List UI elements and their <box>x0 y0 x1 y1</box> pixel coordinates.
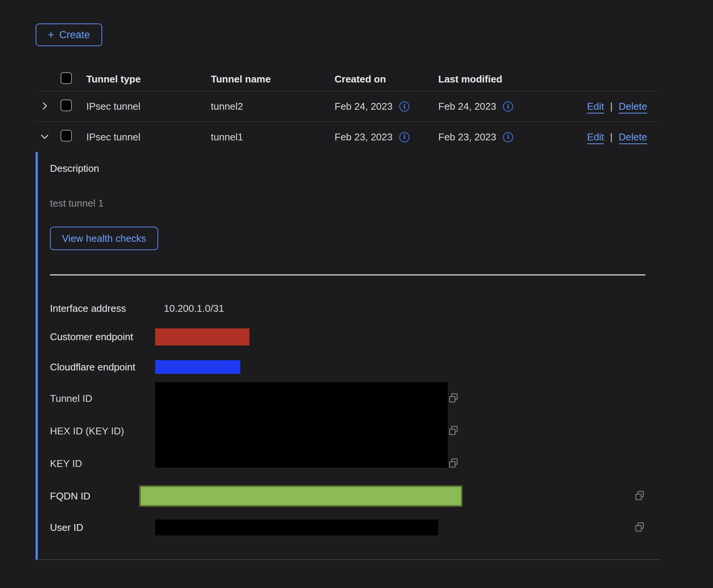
plus-icon: + <box>48 29 54 40</box>
tunnel-fields: Interface address 10.200.1.0/31 Customer… <box>50 295 645 543</box>
chevron-right-icon <box>39 101 50 112</box>
header-created-on: Created on <box>335 73 438 85</box>
table-row: IPsec tunnel tunnel1 Feb 23, 2023 Feb 23… <box>36 122 660 152</box>
view-health-checks-button[interactable]: View health checks <box>50 227 158 250</box>
tunnel-ids-redacted-value <box>155 382 448 468</box>
copy-key-id-button[interactable] <box>448 457 459 470</box>
interface-address-row: Interface address 10.200.1.0/31 <box>50 295 645 322</box>
customer-endpoint-row: Customer endpoint <box>50 322 645 352</box>
expand-row-button[interactable] <box>39 101 50 112</box>
copy-user-id-button[interactable] <box>634 521 645 534</box>
cloudflare-endpoint-row: Cloudflare endpoint <box>50 352 645 382</box>
section-divider <box>50 274 645 275</box>
header-tunnel-type: Tunnel type <box>86 73 211 85</box>
create-button-label: Create <box>59 29 90 41</box>
header-tunnel-name: Tunnel name <box>211 73 335 85</box>
user-id-redacted-value <box>155 520 438 535</box>
row-checkbox[interactable] <box>61 130 72 142</box>
tunnels-table: Tunnel type Tunnel name Created on Last … <box>36 67 660 560</box>
info-icon[interactable] <box>503 101 513 112</box>
tunnel-name-cell: tunnel2 <box>211 101 335 112</box>
info-icon[interactable] <box>503 132 513 142</box>
info-icon[interactable] <box>399 101 409 112</box>
tunnel-name-cell: tunnel1 <box>211 131 335 143</box>
delete-link[interactable]: Delete <box>619 131 647 143</box>
action-separator: | <box>610 101 613 112</box>
copy-icon <box>448 425 459 437</box>
key-id-label: KEY ID <box>50 447 155 480</box>
header-last-modified: Last modified <box>438 73 571 85</box>
fqdn-id-row: FQDN ID <box>50 480 645 512</box>
last-modified-cell: Feb 23, 2023 <box>438 131 496 143</box>
select-all-checkbox[interactable] <box>61 72 72 84</box>
description-label: Description <box>50 163 645 174</box>
collapse-row-button[interactable] <box>39 131 50 143</box>
copy-icon <box>448 457 459 470</box>
table-header: Tunnel type Tunnel name Created on Last … <box>36 67 660 92</box>
last-modified-cell: Feb 24, 2023 <box>438 101 496 112</box>
edit-link[interactable]: Edit <box>587 101 604 112</box>
table-row: IPsec tunnel tunnel2 Feb 24, 2023 Feb 24… <box>36 92 660 122</box>
tunnel-detail-panel: Description test tunnel 1 View health ch… <box>36 152 660 560</box>
copy-tunnel-id-button[interactable] <box>448 392 459 405</box>
user-id-label: User ID <box>50 522 155 534</box>
edit-link[interactable]: Edit <box>587 131 604 143</box>
copy-fqdn-id-button[interactable] <box>634 490 645 502</box>
customer-endpoint-label: Customer endpoint <box>50 331 155 343</box>
cloudflare-endpoint-label: Cloudflare endpoint <box>50 361 155 373</box>
tunnel-type-cell: IPsec tunnel <box>86 101 211 112</box>
interface-address-value: 10.200.1.0/31 <box>164 303 224 314</box>
tunnel-id-label: Tunnel ID <box>50 382 155 415</box>
chevron-down-icon <box>39 131 50 143</box>
info-icon[interactable] <box>399 132 409 142</box>
row-checkbox[interactable] <box>61 100 72 111</box>
customer-endpoint-redacted-value <box>155 328 249 345</box>
copy-icon <box>448 392 459 405</box>
description-value: test tunnel 1 <box>50 198 645 209</box>
cloudflare-endpoint-redacted-value <box>155 360 240 374</box>
hex-id-label: HEX ID (KEY ID) <box>50 415 155 447</box>
created-on-cell: Feb 24, 2023 <box>335 101 392 112</box>
create-button[interactable]: + Create <box>36 23 102 46</box>
created-on-cell: Feb 23, 2023 <box>335 131 392 143</box>
tunnels-page: + Create Tunnel type Tunnel name Created… <box>0 0 713 588</box>
copy-icon <box>634 490 645 502</box>
copy-icon <box>634 521 645 534</box>
fqdn-id-redacted-value <box>139 485 462 507</box>
tunnel-type-cell: IPsec tunnel <box>86 131 211 143</box>
interface-address-label: Interface address <box>50 303 155 314</box>
action-separator: | <box>610 131 613 143</box>
user-id-row: User ID <box>50 512 645 543</box>
copy-hex-id-button[interactable] <box>448 425 459 437</box>
delete-link[interactable]: Delete <box>619 101 647 112</box>
tunnel-ids-rows: Tunnel ID HEX ID (KEY ID) KEY ID <box>50 382 645 480</box>
